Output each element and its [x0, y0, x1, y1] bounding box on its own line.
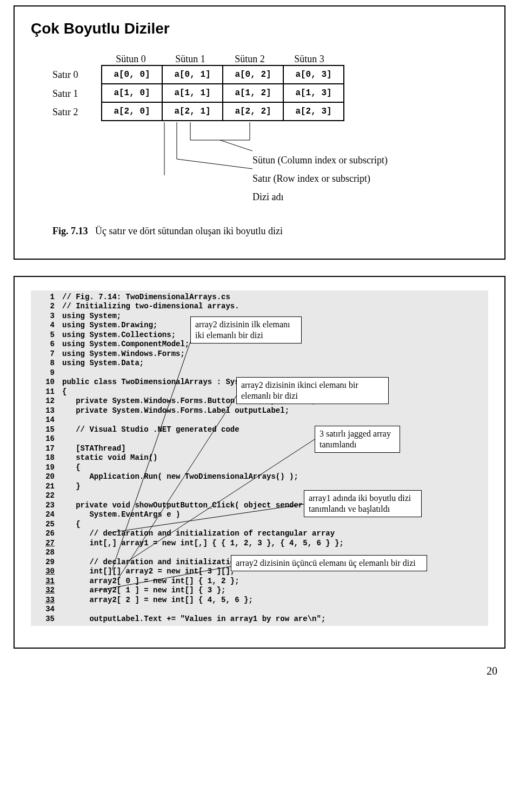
- line-number: 9: [31, 368, 62, 378]
- code-line: 31 array2[ 0 ] = new int[] { 1, 2 };: [31, 577, 488, 586]
- code-content: using System.Collections;: [62, 331, 176, 340]
- legend-column-subscript: Sütun (Column index or subscript): [252, 151, 488, 169]
- cell-2-2: a[2, 2]: [223, 103, 284, 120]
- cell-0-2: a[0, 2]: [223, 66, 284, 83]
- callout-array1-decl: array1 adında iki boyutlu dizi tanımland…: [304, 490, 422, 517]
- cell-1-1: a[1, 1]: [163, 84, 223, 102]
- code-line: 33 array2[ 2 ] = new int[] { 4, 5, 6 };: [31, 596, 488, 605]
- code-line: 20 Application.Run( new TwoDimensionalAr…: [31, 472, 488, 482]
- callout-jagged-decl: 3 satırlı jagged array tanımlandı: [315, 426, 400, 453]
- code-line: 7using System.Windows.Forms;: [31, 349, 488, 359]
- cell-0-1: a[0, 1]: [163, 66, 223, 83]
- col-header-1: Sütun 1: [161, 54, 220, 65]
- code-line: 26 // declaration and initialization of …: [31, 529, 488, 539]
- line-number: 13: [31, 406, 62, 416]
- line-number: 5: [31, 331, 62, 340]
- code-content: // Fig. 7.14: TwoDimensionalArrays.cs: [62, 293, 230, 302]
- code-content: using System.Data;: [62, 359, 144, 368]
- code-line: 35 outputLabel.Text += "Values in array1…: [31, 615, 488, 624]
- code-line: 14: [31, 415, 488, 425]
- line-number: 3: [31, 312, 62, 321]
- line-number: 27: [31, 539, 62, 549]
- line-number: 17: [31, 444, 62, 454]
- line-number: 21: [31, 482, 62, 492]
- cell-2-3: a[2, 3]: [284, 103, 344, 120]
- code-line: 1// Fig. 7.14: TwoDimensionalArrays.cs: [31, 293, 488, 302]
- line-number: 19: [31, 463, 62, 473]
- code-line: 34: [31, 605, 488, 615]
- code-line: 9: [31, 368, 488, 378]
- line-number: 32: [31, 586, 62, 596]
- line-number: 14: [31, 415, 62, 425]
- code-content: using System;: [62, 312, 121, 321]
- code-content: }: [62, 482, 81, 492]
- line-number: 16: [31, 434, 62, 444]
- code-content: {: [62, 463, 81, 473]
- line-number: 30: [31, 567, 62, 577]
- code-content: outputLabel.Text += "Values in array1 by…: [62, 615, 325, 624]
- line-number: 22: [31, 491, 62, 501]
- col-header-2: Sütun 2: [220, 54, 280, 65]
- legend-row-subscript: Satır (Row index or subscript): [252, 169, 488, 188]
- code-content: [STAThread]: [62, 444, 126, 454]
- code-line: 16: [31, 434, 488, 444]
- line-number: 33: [31, 596, 62, 605]
- line-number: 31: [31, 577, 62, 586]
- array-diagram: Sütun 0 Sütun 1 Sütun 2 Sütun 3 Satır 0 …: [52, 54, 488, 207]
- code-content: using System.Windows.Forms;: [62, 349, 185, 359]
- line-number: 25: [31, 520, 62, 530]
- line-number: 4: [31, 321, 62, 331]
- code-content: // Visual Studio .NET generated code: [62, 425, 239, 435]
- code-content: int[,] array1 = new int[,] { { 1, 2, 3 }…: [62, 539, 344, 549]
- line-number: 24: [31, 510, 62, 520]
- line-number: 28: [31, 548, 62, 558]
- code-line: 15 // Visual Studio .NET generated code: [31, 425, 488, 435]
- cell-1-0: a[1, 0]: [102, 84, 163, 102]
- col-header-0: Sütun 0: [101, 54, 161, 65]
- cell-2-1: a[2, 1]: [163, 103, 223, 120]
- code-content: using System.Drawing;: [62, 321, 157, 331]
- slide-multidim-arrays: Çok Boyutlu Diziler Sütun 0 Sütun 1 Sütu…: [14, 5, 505, 260]
- code-content: Application.Run( new TwoDimensionalArray…: [62, 472, 298, 482]
- line-number: 20: [31, 472, 62, 482]
- row-label-2: Satır 2: [52, 103, 101, 121]
- line-number: 26: [31, 529, 62, 539]
- code-content: System.EventArgs e ): [62, 510, 180, 520]
- diagram-legend: Sütun (Column index or subscript) Satır …: [252, 151, 488, 207]
- line-number: 18: [31, 453, 62, 463]
- code-line: 13 private System.Windows.Forms.Label ou…: [31, 406, 488, 416]
- callout-array2-third: array2 dizisinin üçüncü elemanı üç elema…: [231, 555, 427, 571]
- line-number: 12: [31, 397, 62, 406]
- code-content: private System.Windows.Forms.Label outpu…: [62, 406, 289, 416]
- line-number: 7: [31, 349, 62, 359]
- code-content: static void Main(): [62, 453, 157, 463]
- cell-1-3: a[1, 3]: [284, 84, 344, 102]
- slide-code-listing: 1// Fig. 7.14: TwoDimensionalArrays.cs2/…: [14, 276, 505, 649]
- svg-line-5: [177, 159, 252, 169]
- code-line: 8using System.Data;: [31, 359, 488, 368]
- line-number: 8: [31, 359, 62, 368]
- code-content: array2[ 0 ] = new int[] { 1, 2 };: [62, 577, 239, 586]
- code-line: 17 [STAThread]: [31, 444, 488, 454]
- svg-line-3: [220, 140, 252, 151]
- code-content: // Initializing two-dimensional arrays.: [62, 302, 239, 312]
- col-header-3: Sütun 3: [280, 54, 339, 65]
- code-content: using System.ComponentModel;: [62, 340, 189, 349]
- code-content: array2[ 1 ] = new int[] { 3 };: [62, 586, 225, 596]
- legend-array-name: Dizi adı: [252, 188, 488, 206]
- code-line: 27 int[,] array1 = new int[,] { { 1, 2, …: [31, 539, 488, 549]
- line-number: 35: [31, 615, 62, 624]
- code-content: // declaration and initialization of rec…: [62, 529, 335, 539]
- code-content: array2[ 2 ] = new int[] { 4, 5, 6 };: [62, 596, 253, 605]
- line-number: 23: [31, 501, 62, 511]
- code-content: private void showOutputButton_Click( obj…: [62, 501, 308, 511]
- code-line: 2// Initializing two-dimensional arrays.: [31, 302, 488, 312]
- cell-0-3: a[0, 3]: [284, 66, 344, 83]
- line-number: 15: [31, 425, 62, 435]
- code-line: 18 static void Main(): [31, 453, 488, 463]
- row-label-0: Satır 0: [52, 65, 101, 84]
- figure-caption-text: Üç satır ve dört sütundan oluşan iki boy…: [95, 226, 283, 236]
- cell-1-2: a[1, 2]: [223, 84, 284, 102]
- code-line: 19 {: [31, 463, 488, 473]
- page-number: 20: [0, 665, 519, 694]
